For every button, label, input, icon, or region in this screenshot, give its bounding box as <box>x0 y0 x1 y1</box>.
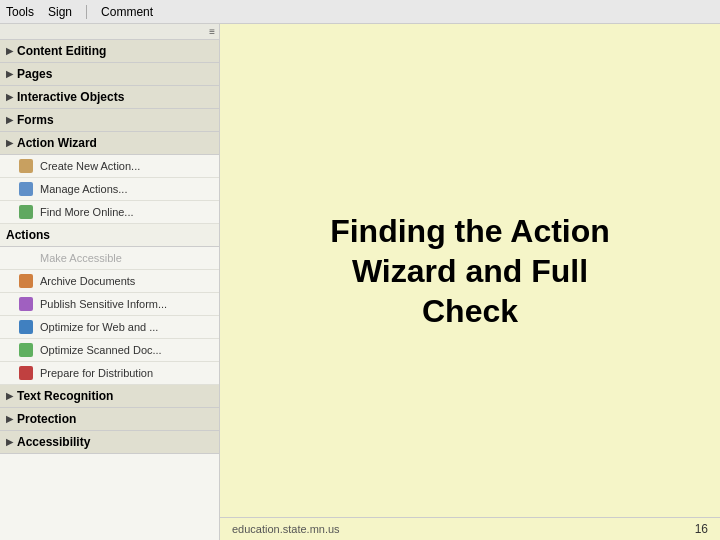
create-icon-shape <box>19 159 33 173</box>
actions-label: Actions <box>0 224 219 247</box>
content-area: Finding the Action Wizard and Full Check <box>220 24 720 517</box>
left-panel: ≡ ▶ Content Editing ▶ Pages ▶ Interactiv… <box>0 24 220 540</box>
title-line2: Wizard and Full <box>352 253 588 289</box>
optimize-icon-shape <box>19 320 33 334</box>
section-label: Interactive Objects <box>17 90 124 104</box>
item-label: Prepare for Distribution <box>40 367 153 379</box>
section-label: Content Editing <box>17 44 106 58</box>
section-protection[interactable]: ▶ Protection <box>0 408 219 431</box>
find-more-icon <box>18 204 34 220</box>
menu-tools[interactable]: Tools <box>6 5 34 19</box>
arrow-icon: ▶ <box>6 115 13 125</box>
item-label: Optimize for Web and ... <box>40 321 158 333</box>
section-text-recognition[interactable]: ▶ Text Recognition <box>0 385 219 408</box>
main-title: Finding the Action Wizard and Full Check <box>330 211 610 331</box>
footer-url: education.state.mn.us <box>232 523 340 535</box>
menu-separator <box>86 5 87 19</box>
arrow-icon: ▶ <box>6 92 13 102</box>
section-label: Protection <box>17 412 76 426</box>
item-label: Make Accessible <box>40 252 122 264</box>
section-label: Action Wizard <box>17 136 97 150</box>
title-line3: Check <box>422 293 518 329</box>
publish-icon <box>18 296 34 312</box>
archive-icon-shape <box>19 274 33 288</box>
arrow-icon: ▶ <box>6 391 13 401</box>
section-action-wizard[interactable]: ▶ Action Wizard <box>0 132 219 155</box>
arrow-icon: ▶ <box>6 414 13 424</box>
action-wizard-items: Create New Action... Manage Actions... F… <box>0 155 219 224</box>
item-manage-actions[interactable]: Manage Actions... <box>0 178 219 201</box>
menu-bar: Tools Sign Comment <box>0 0 720 24</box>
footer-page-number: 16 <box>695 522 708 536</box>
arrow-icon: ▶ <box>6 46 13 56</box>
section-forms[interactable]: ▶ Forms <box>0 109 219 132</box>
item-label: Create New Action... <box>40 160 140 172</box>
item-create-action[interactable]: Create New Action... <box>0 155 219 178</box>
panel-collapse-icon[interactable]: ≡ <box>209 26 215 37</box>
item-archive-documents[interactable]: Archive Documents <box>0 270 219 293</box>
menu-sign[interactable]: Sign <box>48 5 72 19</box>
main-layout: ≡ ▶ Content Editing ▶ Pages ▶ Interactiv… <box>0 24 720 540</box>
section-label: Pages <box>17 67 52 81</box>
actions-list: Make Accessible Archive Documents Publis… <box>0 247 219 385</box>
section-content-editing[interactable]: ▶ Content Editing <box>0 40 219 63</box>
item-find-more[interactable]: Find More Online... <box>0 201 219 224</box>
prepare-icon-shape <box>19 366 33 380</box>
item-label: Find More Online... <box>40 206 134 218</box>
optimize-web-icon <box>18 319 34 335</box>
item-optimize-web[interactable]: Optimize for Web and ... <box>0 316 219 339</box>
scan-icon <box>18 342 34 358</box>
section-label: Accessibility <box>17 435 90 449</box>
item-prepare-distribution[interactable]: Prepare for Distribution <box>0 362 219 385</box>
item-label: Manage Actions... <box>40 183 127 195</box>
section-label: Forms <box>17 113 54 127</box>
prepare-icon <box>18 365 34 381</box>
arrow-icon: ▶ <box>6 437 13 447</box>
section-pages[interactable]: ▶ Pages <box>0 63 219 86</box>
manage-actions-icon <box>18 181 34 197</box>
find-icon-shape <box>19 205 33 219</box>
arrow-icon: ▶ <box>6 138 13 148</box>
item-label: Optimize Scanned Doc... <box>40 344 162 356</box>
create-action-icon <box>18 158 34 174</box>
footer-bar: education.state.mn.us 16 <box>220 517 720 540</box>
section-accessibility[interactable]: ▶ Accessibility <box>0 431 219 454</box>
section-label: Text Recognition <box>17 389 113 403</box>
publish-icon-shape <box>19 297 33 311</box>
item-optimize-scanned[interactable]: Optimize Scanned Doc... <box>0 339 219 362</box>
panel-top-bar: ≡ <box>0 24 219 40</box>
menu-comment[interactable]: Comment <box>101 5 153 19</box>
manage-icon-shape <box>19 182 33 196</box>
archive-icon <box>18 273 34 289</box>
right-content: Finding the Action Wizard and Full Check… <box>220 24 720 540</box>
scan-icon-shape <box>19 343 33 357</box>
item-publish-sensitive[interactable]: Publish Sensitive Inform... <box>0 293 219 316</box>
item-label: Publish Sensitive Inform... <box>40 298 167 310</box>
section-interactive-objects[interactable]: ▶ Interactive Objects <box>0 86 219 109</box>
make-accessible-icon <box>18 250 34 266</box>
title-line1: Finding the Action <box>330 213 610 249</box>
arrow-icon: ▶ <box>6 69 13 79</box>
item-label: Archive Documents <box>40 275 135 287</box>
item-make-accessible[interactable]: Make Accessible <box>0 247 219 270</box>
